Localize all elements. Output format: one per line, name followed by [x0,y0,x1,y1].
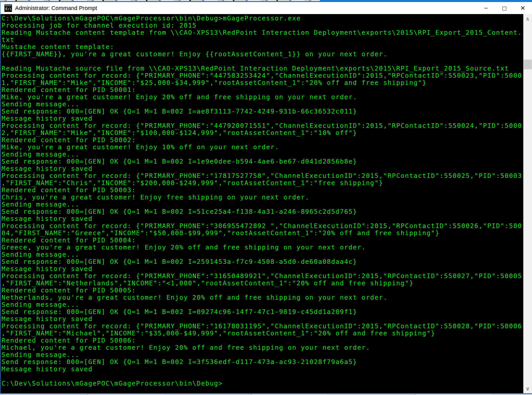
console-line: Greece, you're a great customer! Enjoy 2… [2,244,523,251]
scrollbar-up-arrow-icon[interactable]: ∧ [523,15,532,23]
console-line: Rendered content for PID 50002: [2,137,523,144]
title-bar[interactable]: C:\ Administrator: Command Prompt ─ □ ✕ [1,2,532,14]
console-line: Rendered content for PID 50005: [2,287,523,294]
console-line: Processing content for record: {"PRIMARY… [2,72,523,79]
console-line: Send response: 000=[GEN] OK {Q=1 M=1 B=0… [2,358,523,366]
console-line: Processing content for record: {"PRIMARY… [2,323,523,330]
cmd-icon: C:\ [4,4,12,12]
console-line: Send response: 000=[GEN] OK {Q=1 M=1 B=0… [2,158,523,165]
window-controls: ─ □ ✕ [477,2,532,14]
console-line: Processing job for channel execution id:… [2,22,523,29]
scrollbar-down-arrow-icon[interactable]: ∨ [523,384,532,393]
console-line: Sending message... [2,151,523,158]
console-line: Rendered content for PID 50001: [2,86,523,94]
console-line: 04,"FIRST_NAME":"Greece","INCOME":"$50,0… [2,230,523,237]
console-line: Message history saved [2,366,523,373]
console-line: 1,"FIRST_NAME":"Mike","INCOME":"$25,000-… [2,79,523,86]
console-line: Sending message... [2,251,523,258]
console-viewport[interactable]: C:\Dev\Solutions\mGagePOC\mGageProcessor… [1,14,532,393]
console-line: Rendered content for PID 50006: [2,337,523,344]
console-line: Reading Mustache content template from \… [2,29,523,36]
console-line: Message history saved [2,215,523,222]
console-line: Message history saved [2,115,523,122]
console-line: Sending message... [2,201,523,208]
console-line: Reading Mustache source file from \\CAO-… [2,65,523,72]
cmd-icon-titlebar-dots [5,5,11,6]
console-line: Processing content for record: {"PRIMARY… [2,172,523,179]
console-line: Netherlands, you're a great customer! En… [2,294,523,301]
console-line: Processing content for record: {"PRIMARY… [2,273,523,280]
console-line: Chris, you're a great customer! Enjoy fr… [2,194,523,201]
console-line: Sending message... [2,301,523,308]
console-line: txt [2,36,523,43]
maximize-button[interactable]: □ [495,2,514,14]
console-output: C:\Dev\Solutions\mGagePOC\mGageProcessor… [2,15,523,387]
console-line [2,373,523,380]
console-line: C:\Dev\Solutions\mGagePOC\mGageProcessor… [2,380,523,387]
console-line: Message history saved [2,165,523,172]
console-line: Mike, you're a great customer! Enjoy 10%… [2,144,523,151]
console-line: Sending message... [2,351,523,358]
console-line [2,58,523,65]
scrollbar-thumb[interactable] [524,60,532,69]
console-line: Message history saved [2,265,523,273]
console-line: Rendered content for PID 50003: [2,187,523,194]
close-button[interactable]: ✕ [514,2,532,14]
console-line: C:\Dev\Solutions\mGagePOC\mGageProcessor… [2,15,523,22]
minimize-button[interactable]: ─ [477,2,495,14]
console-line: Send response: 000=[GEN] OK {Q=1 M=1 B=0… [2,108,523,115]
console-line: Michael, you're a great customer! Enjoy … [2,344,523,351]
console-line: Mike, you're a great customer! Enjoy 20%… [2,94,523,101]
vertical-scrollbar[interactable]: ∧ ∨ [523,14,532,393]
console-line: ,"FIRST_NAME":"Netherlands","INCOME":"<1… [2,280,523,287]
console-line: Message history saved [2,315,523,323]
console-line: Processing content for record: {"PRIMARY… [2,122,523,129]
console-line: Processing content for record: {"PRIMARY… [2,222,523,230]
console-line: Send response: 000=[GEN] OK {Q=1 M=1 B=0… [2,208,523,215]
console-line: ,"FIRST_NAME":"Chris","INCOME":"$200,000… [2,179,523,187]
background-windows-strip [0,0,532,2]
console-line: {{FIRST_NAME}}, you're a great customer!… [2,51,523,58]
bottom-edge-strip [0,393,532,395]
console-line: Send response: 000=[GEN] OK {Q=1 M=1 B=0… [2,308,523,315]
console-line: Sending message... [2,101,523,108]
command-prompt-window: C:\ Administrator: Command Prompt ─ □ ✕ … [0,2,532,394]
cmd-icon-prompt-glyph: C:\ [5,7,11,11]
console-line: Rendered content for PID 50004: [2,237,523,244]
console-line: Send response: 000=[GEN] OK {Q=1 M=1 B=0… [2,258,523,265]
console-line: Mustache content template: [2,43,523,51]
console-line: ,"FIRST_NAME":"Michael","INCOME":"$35,00… [2,330,523,337]
window-title: Administrator: Command Prompt [15,5,97,12]
console-line: 2,"FIRST_NAME":"Mike","INCOME":"$100,000… [2,129,523,137]
